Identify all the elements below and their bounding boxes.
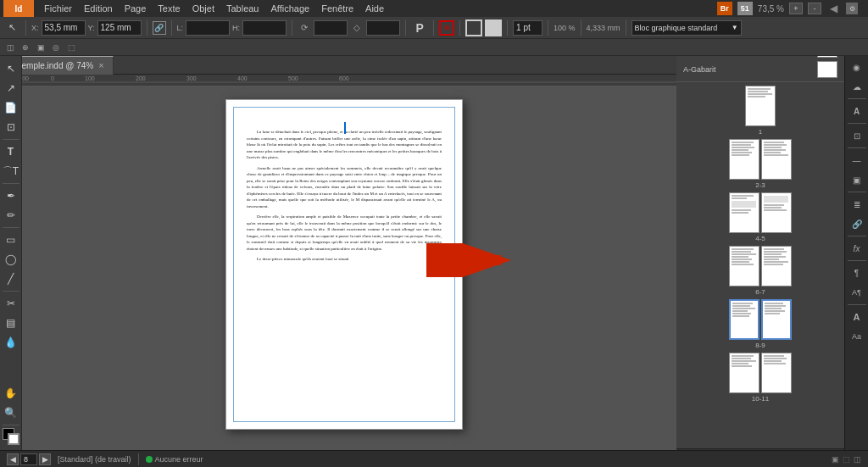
ai-icon: 51 — [737, 2, 753, 15]
ri-styles-caractere[interactable]: Aa — [847, 327, 867, 346]
text-cursor — [344, 122, 346, 134]
menu-page[interactable]: Page — [120, 2, 152, 15]
frame-dropdown-value: Bloc graphique standard — [635, 24, 718, 32]
tool-hand[interactable]: ✋ — [2, 384, 20, 403]
ri-paragraphe[interactable]: ¶ — [847, 264, 867, 282]
page-thumb-9[interactable] — [761, 299, 792, 340]
tab-close[interactable]: × — [98, 60, 103, 70]
tool-btn-1[interactable]: ◫ — [3, 41, 17, 54]
master-gabarit-row[interactable]: A-Gabarit — [680, 59, 841, 80]
page-thumb-5[interactable] — [761, 192, 792, 233]
pages-scroll-area[interactable]: 1 — [676, 82, 844, 448]
zoom-in-btn[interactable]: + — [789, 3, 803, 14]
ri-styles-paragraphe[interactable]: A¶ — [847, 283, 867, 302]
ri-glyphes[interactable]: A — [847, 102, 867, 120]
page-thumb-6[interactable] — [729, 246, 760, 286]
page-thumb-2[interactable] — [729, 139, 760, 180]
ri-nuancier[interactable]: ◉ — [847, 58, 867, 76]
page-thumb-8[interactable] — [729, 299, 760, 340]
menu-edition[interactable]: Edition — [79, 2, 118, 15]
stroke-color-box[interactable] — [465, 19, 482, 36]
error-text: Aucune erreur — [155, 455, 203, 464]
tool-separator-3 — [3, 227, 19, 228]
tool-ellipse[interactable]: ◯ — [2, 250, 20, 269]
tool-zoom[interactable]: 🔍 — [2, 403, 20, 422]
tool-select[interactable]: ↖ — [2, 59, 20, 78]
ri-degrade[interactable]: ▣ — [847, 170, 867, 189]
tool-content[interactable]: ⊡ — [2, 118, 20, 136]
tool-eyedropper[interactable]: 💧 — [2, 333, 20, 352]
menu-affichage[interactable]: Affichage — [266, 2, 315, 15]
tool-btn-2[interactable]: ⊕ — [19, 41, 32, 54]
page-group-4-5: 4-5 — [680, 192, 841, 242]
settings-icon[interactable]: ⚙ — [846, 3, 858, 14]
left-toolbar: ↖ ↗ 📄 ⊡ T ⌒T ✒ ✏ ▭ ◯ ╱ ✂ ▤ 💧 ✋ 🔍 — [0, 56, 22, 450]
tool-btn-3[interactable]: ▣ — [34, 41, 47, 54]
canvas-viewport[interactable]: La lune se détachait dans le ciel, presq… — [12, 86, 676, 450]
tool-btn-5[interactable]: ⬚ — [64, 41, 78, 54]
ri-contour[interactable]: — — [847, 151, 867, 170]
ri-hyperliens[interactable]: 🔗 — [847, 214, 867, 233]
x-input[interactable] — [42, 20, 86, 36]
page-num-8-9: 8-9 — [755, 342, 765, 349]
fill-color-box[interactable] — [485, 19, 502, 36]
page-thumb-3[interactable] — [761, 139, 792, 180]
frame-icon[interactable]: ⊠ — [439, 20, 454, 36]
stroke-weight-input[interactable] — [513, 20, 542, 36]
shear-input[interactable] — [366, 20, 400, 36]
ri-caractere[interactable]: A — [847, 308, 867, 326]
tool-separator-2 — [3, 183, 19, 184]
tool-pen[interactable]: ✒ — [2, 186, 20, 205]
view-bleed-btn[interactable]: ⬚ — [843, 455, 850, 464]
status-right: ▣ ⬚ ◫ — [832, 455, 861, 464]
selection-tool-icon: ↖ — [3, 19, 20, 36]
tool-separator-4 — [3, 291, 19, 292]
tool-direct-select[interactable]: ↗ — [2, 79, 20, 97]
w-input[interactable] — [186, 20, 230, 36]
menu-aide[interactable]: Aide — [360, 2, 389, 15]
tool-pencil[interactable]: ✏ — [2, 206, 20, 225]
tool-page[interactable]: 📄 — [2, 98, 20, 117]
y-input[interactable] — [97, 20, 142, 36]
page-thumb-11[interactable] — [761, 353, 792, 393]
menu-objet[interactable]: Objet — [187, 2, 220, 15]
zoom-out-btn[interactable]: - — [808, 3, 821, 14]
ruler-horizontal: -100 0 100 200 300 400 500 600 — [0, 75, 676, 86]
tool-text-path[interactable]: ⌒T — [2, 162, 20, 181]
master-gabarit-label: A-Gabarit — [683, 65, 716, 74]
document-page[interactable]: La lune se détachait dans le ciel, presq… — [225, 99, 463, 430]
frame-dropdown[interactable]: Bloc graphique standard ▼ — [632, 20, 742, 36]
next-page-btn[interactable]: ▶ — [39, 453, 51, 465]
tool-scissors[interactable]: ✂ — [2, 294, 20, 313]
h-input[interactable] — [242, 20, 287, 36]
tool-text[interactable]: T — [2, 142, 20, 161]
ri-biblio-cc[interactable]: ☁ — [847, 77, 867, 96]
panel-toggle[interactable]: ◀ — [826, 3, 841, 14]
tool-line[interactable]: ╱ — [2, 270, 20, 288]
para-2: Armelle avait beau ne pas aimer spéciale… — [247, 165, 442, 210]
page-thumb-10[interactable] — [729, 353, 760, 393]
menu-fenetre[interactable]: Fenêtre — [316, 2, 359, 15]
page-thumb-4[interactable] — [729, 192, 760, 233]
prev-page-btn[interactable]: ◀ — [7, 453, 19, 465]
tool-gradient[interactable]: ▤ — [2, 314, 20, 332]
ri-habillage[interactable]: ⊡ — [847, 126, 867, 145]
angle-input[interactable] — [314, 20, 348, 36]
view-slug-btn[interactable]: ◫ — [854, 455, 861, 464]
page-thumb-1[interactable] — [745, 86, 776, 126]
menu-fichier[interactable]: Fichier — [39, 2, 77, 15]
view-normal-btn[interactable]: ▣ — [832, 455, 839, 464]
ri-effets[interactable]: fx — [847, 239, 867, 258]
page-num-1: 1 — [759, 128, 762, 136]
status-bar: ◀ 8 ▶ [Standard] (de travail) Aucune err… — [0, 450, 868, 467]
page-thumb-7[interactable] — [761, 246, 792, 286]
chain-icon[interactable]: 🔗 — [153, 21, 166, 35]
tool-rect[interactable]: ▭ — [2, 231, 20, 249]
fill-stroke-selector[interactable] — [3, 428, 19, 447]
tool-btn-4[interactable]: ◎ — [49, 41, 63, 54]
menu-tableau[interactable]: Tableau — [221, 2, 264, 15]
menu-texte[interactable]: Texte — [153, 2, 185, 15]
ruler-num-0: 0 — [51, 75, 54, 81]
page-num-2-3: 2-3 — [755, 181, 765, 189]
ri-article[interactable]: ≣ — [847, 195, 867, 214]
